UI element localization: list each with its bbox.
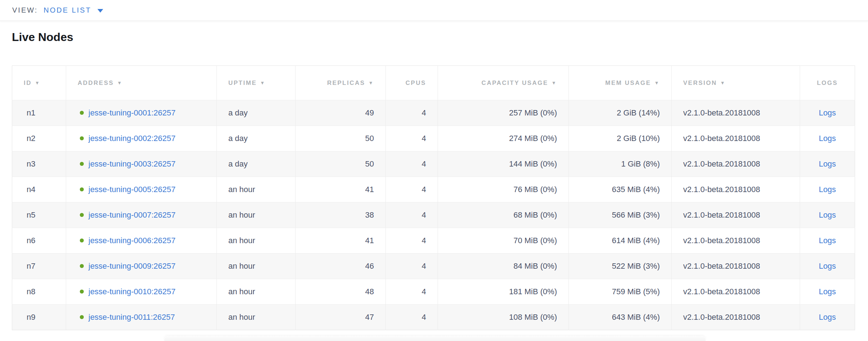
replicas-cell: 46	[296, 254, 386, 279]
logs-link[interactable]: Logs	[819, 210, 836, 219]
view-label: VIEW:	[12, 6, 38, 14]
view-selector-dropdown[interactable]: NODE LIST	[44, 6, 103, 14]
logs-link[interactable]: Logs	[819, 313, 836, 322]
logs-cell: Logs	[800, 305, 855, 330]
table-row: n1jesse-tuning-0001:26257a day494257 MiB…	[12, 100, 855, 126]
cpus-cell: 4	[386, 228, 438, 254]
node-address-link[interactable]: jesse-tuning-0006:26257	[88, 236, 175, 245]
cpus-cell: 4	[386, 177, 438, 203]
bottom-panel-edge	[164, 336, 705, 341]
version-cell: v2.1.0-beta.20181008	[672, 151, 800, 177]
capacity-cell: 274 MiB (0%)	[438, 126, 569, 151]
logs-link[interactable]: Logs	[819, 159, 836, 168]
id-cell: n7	[12, 254, 66, 279]
mem-cell: 2 GiB (14%)	[569, 100, 672, 126]
column-header-uptime[interactable]: UPTIME▼	[217, 66, 296, 100]
node-address-link[interactable]: jesse-tuning-0011:26257	[88, 313, 175, 322]
column-header-id[interactable]: ID▼	[12, 66, 66, 100]
logs-link[interactable]: Logs	[819, 185, 836, 194]
version-cell: v2.1.0-beta.20181008	[672, 228, 800, 254]
logs-cell: Logs	[800, 228, 855, 254]
logs-cell: Logs	[800, 126, 855, 151]
main-content: Live Nodes ID▼ADDRESS▼UPTIME▼REPLICAS▼CP…	[0, 31, 868, 330]
uptime-cell: a day	[217, 126, 296, 151]
column-header-label: VERSION	[683, 79, 717, 86]
column-header-cpus: CPUS	[386, 66, 438, 100]
node-address-link[interactable]: jesse-tuning-0002:26257	[88, 134, 175, 143]
id-cell: n3	[12, 151, 66, 177]
version-cell: v2.1.0-beta.20181008	[672, 279, 800, 305]
id-cell: n9	[12, 305, 66, 330]
column-header-label: CPUS	[406, 79, 426, 86]
column-header-label: CAPACITY USAGE	[481, 79, 548, 86]
column-header-logs: LOGS	[800, 66, 855, 100]
id-cell: n4	[12, 177, 66, 203]
column-header-mem[interactable]: MEM USAGE▼	[569, 66, 672, 100]
uptime-cell: an hour	[217, 228, 296, 254]
logs-link[interactable]: Logs	[819, 108, 836, 117]
logs-cell: Logs	[800, 151, 855, 177]
uptime-cell: a day	[217, 151, 296, 177]
cpus-cell: 4	[386, 279, 438, 305]
node-live-status-icon	[80, 238, 84, 242]
uptime-cell: an hour	[217, 305, 296, 330]
column-header-label: UPTIME	[228, 79, 257, 86]
version-cell: v2.1.0-beta.20181008	[672, 305, 800, 330]
logs-link[interactable]: Logs	[819, 134, 836, 143]
sort-desc-icon: ▼	[369, 80, 374, 86]
table-header-row: ID▼ADDRESS▼UPTIME▼REPLICAS▼CPUSCAPACITY …	[12, 66, 855, 100]
sort-desc-icon: ▼	[654, 80, 660, 86]
node-address-link[interactable]: jesse-tuning-0007:26257	[88, 210, 175, 219]
mem-cell: 522 MiB (3%)	[569, 254, 672, 279]
cpus-cell: 4	[386, 305, 438, 330]
address-cell: jesse-tuning-0009:26257	[66, 254, 217, 279]
logs-cell: Logs	[800, 279, 855, 305]
page-title: Live Nodes	[12, 31, 856, 44]
capacity-cell: 70 MiB (0%)	[438, 228, 569, 254]
logs-cell: Logs	[800, 203, 855, 228]
column-header-label: MEM USAGE	[605, 79, 651, 86]
address-cell: jesse-tuning-0007:26257	[66, 203, 217, 228]
column-header-label: ID	[24, 79, 32, 86]
version-cell: v2.1.0-beta.20181008	[672, 203, 800, 228]
logs-link[interactable]: Logs	[819, 236, 836, 245]
column-header-address[interactable]: ADDRESS▼	[66, 66, 217, 100]
node-address-link[interactable]: jesse-tuning-0010:26257	[88, 287, 175, 296]
column-header-replicas[interactable]: REPLICAS▼	[296, 66, 386, 100]
replicas-cell: 48	[296, 279, 386, 305]
id-cell: n5	[12, 203, 66, 228]
version-cell: v2.1.0-beta.20181008	[672, 177, 800, 203]
replicas-cell: 38	[296, 203, 386, 228]
replicas-cell: 41	[296, 177, 386, 203]
mem-cell: 2 GiB (10%)	[569, 126, 672, 151]
column-header-capacity[interactable]: CAPACITY USAGE▼	[438, 66, 569, 100]
column-header-version[interactable]: VERSION▼	[672, 66, 800, 100]
replicas-cell: 41	[296, 228, 386, 254]
node-address-link[interactable]: jesse-tuning-0009:26257	[88, 262, 175, 270]
cpus-cell: 4	[386, 126, 438, 151]
sort-desc-icon: ▼	[260, 80, 265, 86]
node-address-link[interactable]: jesse-tuning-0001:26257	[88, 108, 175, 117]
logs-cell: Logs	[800, 177, 855, 203]
version-cell: v2.1.0-beta.20181008	[672, 126, 800, 151]
replicas-cell: 50	[296, 151, 386, 177]
mem-cell: 614 MiB (4%)	[569, 228, 672, 254]
logs-link[interactable]: Logs	[819, 262, 836, 270]
address-cell: jesse-tuning-0002:26257	[66, 126, 217, 151]
replicas-cell: 47	[296, 305, 386, 330]
table-row: n7jesse-tuning-0009:26257an hour46484 Mi…	[12, 254, 855, 279]
replicas-cell: 49	[296, 100, 386, 126]
capacity-cell: 144 MiB (0%)	[438, 151, 569, 177]
cpus-cell: 4	[386, 203, 438, 228]
node-address-link[interactable]: jesse-tuning-0003:26257	[88, 159, 175, 168]
node-address-link[interactable]: jesse-tuning-0005:26257	[88, 185, 175, 194]
table-row: n6jesse-tuning-0006:26257an hour41470 Mi…	[12, 228, 855, 254]
logs-link[interactable]: Logs	[819, 287, 836, 296]
logs-cell: Logs	[800, 100, 855, 126]
capacity-cell: 108 MiB (0%)	[438, 305, 569, 330]
address-cell: jesse-tuning-0006:26257	[66, 228, 217, 254]
version-cell: v2.1.0-beta.20181008	[672, 254, 800, 279]
address-cell: jesse-tuning-0003:26257	[66, 151, 217, 177]
sort-desc-icon: ▼	[552, 80, 557, 86]
cpus-cell: 4	[386, 254, 438, 279]
